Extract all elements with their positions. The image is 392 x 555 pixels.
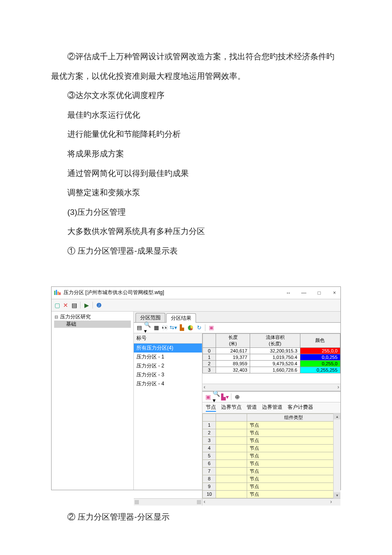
summary-grid[interactable]: 长度(米) 流体容积(长度) 颜色 0 240,617 32,200,915.3…	[202, 333, 340, 391]
cell[interactable]	[216, 452, 247, 460]
subtab-node[interactable]: 节点	[206, 404, 216, 412]
zone-item[interactable]: 压力分区 - 4	[134, 379, 202, 388]
row-index[interactable]: 2	[203, 429, 216, 436]
color-swatch[interactable]: 0,255,0	[300, 360, 340, 367]
cell[interactable]: 32,403	[216, 367, 250, 373]
row-index[interactable]: 1	[203, 421, 216, 429]
refresh-icon[interactable]: ↻	[195, 324, 203, 332]
cell[interactable]: 节点	[247, 452, 340, 460]
subtab-boundary-node[interactable]: 边界节点	[221, 404, 242, 412]
cell[interactable]: 1,019,750.4	[250, 354, 300, 360]
search2-icon[interactable]: 🔍▾	[213, 393, 220, 401]
row-index[interactable]: 8	[203, 475, 216, 483]
cell[interactable]: 节点	[247, 436, 340, 444]
zone-item[interactable]: 压力分区 - 2	[134, 361, 202, 370]
scroll-down-icon[interactable]: ▾	[334, 492, 340, 498]
cell[interactable]: 1,660,728.6	[250, 367, 300, 373]
maximize-button[interactable]: □	[315, 289, 323, 297]
row-index[interactable]: 0	[203, 347, 216, 354]
new-icon[interactable]: ▢	[53, 301, 61, 309]
minimize-button[interactable]: —	[300, 289, 308, 297]
collapse-icon[interactable]: ⊟	[54, 315, 58, 319]
scroll-up-icon[interactable]: ▴	[334, 413, 340, 419]
component-grid-hscroll[interactable]	[202, 498, 340, 506]
cell[interactable]	[216, 421, 247, 429]
row-index[interactable]: 3	[203, 436, 216, 444]
zone-item[interactable]: 压力分区 - 1	[134, 353, 202, 361]
cell[interactable]: 节点	[247, 429, 340, 436]
row-index[interactable]: 7	[203, 467, 216, 475]
export-icon[interactable]: ▣	[208, 324, 215, 332]
cell[interactable]: 89,959	[216, 360, 250, 367]
col-volume[interactable]: 流体容积(长度)	[250, 333, 300, 347]
cell[interactable]: 节点	[247, 460, 340, 467]
color-swatch[interactable]: 0,0,255	[300, 354, 340, 360]
export2-icon[interactable]: ▣	[204, 393, 212, 401]
layers-icon[interactable]: ▙▾	[221, 393, 229, 401]
search-icon[interactable]: 🔍▾	[144, 324, 152, 332]
tab-scope[interactable]: 分区范围	[135, 313, 165, 322]
summary-grid-hscroll[interactable]	[202, 384, 340, 391]
page-icon[interactable]: ▤	[70, 301, 78, 309]
cell[interactable]: 节点	[247, 475, 340, 483]
cell[interactable]	[216, 436, 247, 444]
color-swatch[interactable]: 255,0,0	[300, 347, 340, 354]
tab-results[interactable]: 分区结果	[166, 313, 196, 323]
close-button[interactable]: ×	[331, 289, 338, 297]
zone-list-items[interactable]: 所有压力分区(4) 压力分区 - 1 压力分区 - 2 压力分区 - 3 压力分…	[134, 344, 202, 498]
cell[interactable]: 32,200,915.3	[250, 347, 300, 354]
color-swatch[interactable]: 0,255,255	[300, 367, 340, 373]
cell[interactable]: 节点	[247, 490, 340, 498]
tree-pane[interactable]: ⊟ 压力分区研究 基础	[52, 312, 134, 490]
row-index[interactable]: 6	[203, 460, 216, 467]
cell[interactable]: 节点	[247, 467, 340, 475]
cell[interactable]: 9,479,520.4	[250, 360, 300, 367]
component-grid[interactable]: 组件类型 1节点 2节点 3节点 4节点 5节点 6节点 7节点 8节点 9节点…	[202, 413, 340, 498]
col-type[interactable]: 组件类型	[247, 413, 340, 421]
cell[interactable]: 节点	[247, 421, 340, 429]
cell[interactable]	[216, 460, 247, 467]
subtab-boundary-pipe[interactable]: 边界管道	[262, 404, 282, 412]
cell[interactable]: 240,617	[216, 347, 250, 354]
zone-list-hscroll[interactable]	[134, 498, 202, 506]
subtab-pipe[interactable]: 管道	[247, 404, 257, 412]
help-icon[interactable]: ❷	[95, 301, 103, 309]
row-index[interactable]: 5	[203, 452, 216, 460]
cell[interactable]	[216, 444, 247, 452]
zoom-in-icon[interactable]: ⊕	[233, 393, 241, 401]
zone-item[interactable]: 压力分区 - 3	[134, 370, 202, 379]
tree-child[interactable]: 基础	[54, 321, 131, 328]
row-index[interactable]: 2	[203, 360, 216, 367]
toggle-icon[interactable]: ⇆▾	[170, 324, 177, 332]
col-length[interactable]: 长度(米)	[216, 333, 250, 347]
cell[interactable]	[216, 475, 247, 483]
tree-root[interactable]: ⊟ 压力分区研究	[54, 313, 131, 321]
restore-handle-icon[interactable]: ↔	[285, 289, 292, 297]
cell[interactable]	[216, 429, 247, 436]
cell[interactable]: 节点	[247, 444, 340, 452]
delete-icon[interactable]: ✕	[62, 301, 69, 309]
subtab-meter[interactable]: 客户计费器	[288, 404, 313, 412]
binoculars-icon[interactable]: 👀	[161, 324, 169, 332]
paragraph: 调整定速和变频水泵	[51, 183, 341, 202]
component-grid-vscroll[interactable]: ▴ ▾	[333, 413, 340, 498]
run-icon[interactable]: ▶	[83, 301, 90, 309]
row-index[interactable]: 10	[203, 490, 216, 498]
row-index[interactable]: 1	[203, 354, 216, 360]
row-index[interactable]: 4	[203, 444, 216, 452]
col-blank[interactable]	[216, 413, 247, 421]
pie-icon[interactable]	[187, 324, 194, 332]
title-bar[interactable]: 压力分区 [泸州市城市供水公司管网模型.wtg] ↔ — □ ×	[52, 287, 340, 299]
cell[interactable]	[216, 467, 247, 475]
cell[interactable]: 19,377	[216, 354, 250, 360]
row-index[interactable]: 9	[203, 483, 216, 490]
row-index[interactable]: 3	[203, 367, 216, 373]
form-icon[interactable]: ▤	[135, 324, 143, 332]
cell[interactable]	[216, 483, 247, 490]
cell[interactable]: 节点	[247, 483, 340, 490]
col-color[interactable]: 颜色	[300, 333, 340, 347]
grid-dots-icon[interactable]: ▦	[153, 324, 160, 332]
cell[interactable]	[216, 490, 247, 498]
zone-item[interactable]: 所有压力分区(4)	[134, 344, 202, 353]
chart-icon[interactable]: ▙	[178, 324, 186, 332]
